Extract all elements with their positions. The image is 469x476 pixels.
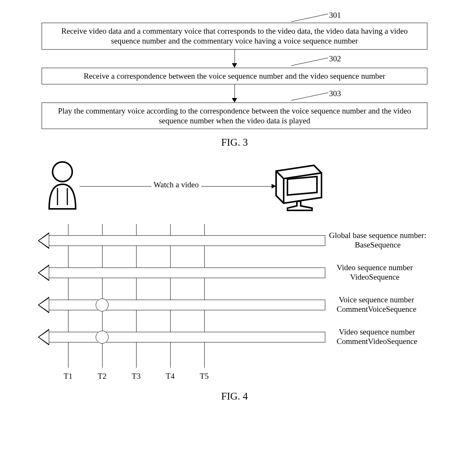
tlabel-t3: T3 <box>132 372 140 381</box>
tlabel-t2: T2 <box>98 372 106 381</box>
ref-line-302 <box>291 58 328 66</box>
label-comment-video-sequence: Video sequence number CommentVideoSequen… <box>337 327 417 346</box>
fig4-top-row: Watch a video <box>26 160 443 224</box>
fig4-container: Watch a video T1 T2 T3 T4 T <box>26 160 443 402</box>
svg-rect-1 <box>287 177 317 195</box>
tlabel-t1: T1 <box>64 372 72 381</box>
step-box-302: Receive a correspondence between the voi… <box>42 68 427 84</box>
fig4-caption: FIG. 4 <box>26 390 443 402</box>
arrow-302-303: 303 <box>42 84 427 103</box>
tlabel-t5: T5 <box>200 372 208 381</box>
marker-voice-t2 <box>96 299 109 311</box>
tv-icon <box>272 163 325 214</box>
arrow-video-sequence <box>38 268 325 278</box>
user-icon <box>42 160 83 214</box>
svg-point-0 <box>53 162 72 182</box>
step-box-303: Play the commentary voice according to t… <box>42 103 427 129</box>
step-box-301: Receive video data and a commentary voic… <box>42 23 427 50</box>
ref-line-303 <box>291 92 328 101</box>
arrow-voice-sequence <box>38 300 325 310</box>
fig3-container: 301 Receive video data and a commentary … <box>11 11 458 148</box>
arrow-301-302: 302 <box>42 50 427 68</box>
watch-video-label: Watch a video <box>151 180 201 190</box>
fig3-caption: FIG. 3 <box>11 137 458 148</box>
ref-302: 302 <box>329 54 341 64</box>
arrow-base-sequence <box>38 235 325 246</box>
label-base-sequence: Global base sequence number: BaseSequenc… <box>329 231 426 250</box>
tlabel-t4: T4 <box>166 372 174 381</box>
ref-line-301 <box>291 14 328 22</box>
ref-303: 303 <box>329 89 341 98</box>
marker-comment-video-t2 <box>96 331 109 344</box>
arrow-comment-video-sequence <box>38 332 325 342</box>
timeline-area: T1 T2 T3 T4 T5 Global base sequence numb… <box>26 224 443 383</box>
label-voice-sequence: Voice sequence number CommentVoiceSequen… <box>337 295 416 314</box>
ref-301: 301 <box>329 11 341 20</box>
ref-row-301: 301 <box>42 11 427 23</box>
label-video-sequence: Video sequence number VideoSequence <box>337 263 413 282</box>
